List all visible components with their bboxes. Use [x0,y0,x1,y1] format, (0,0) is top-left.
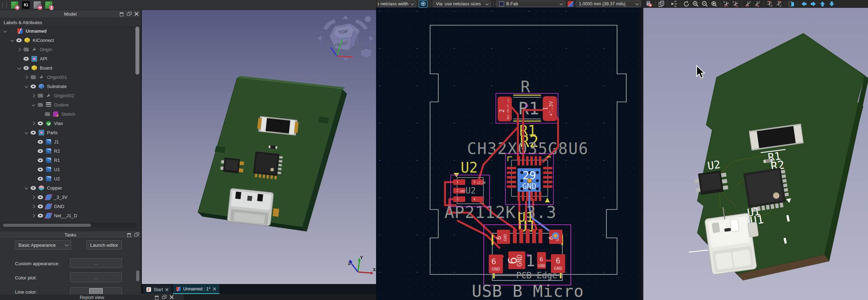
chevron-right-icon[interactable] [31,121,35,125]
chevron-right-icon[interactable] [31,195,35,199]
navigation-cube[interactable]: TOP FRONT RIGHT [315,13,376,63]
visibility-off-icon[interactable] [45,112,50,116]
tree-item-Sketch[interactable]: Sketch [0,109,135,119]
tasks-vertical-scrollbar[interactable] [136,271,139,281]
chevron-down-icon[interactable] [25,84,28,88]
zoom-in-icon[interactable] [692,0,700,7]
visibility-off-icon[interactable] [23,48,29,51]
dock-icon[interactable] [127,233,131,237]
dock-icon[interactable] [119,12,124,16]
visibility-on-icon[interactable] [38,158,43,162]
pull-from-kicad-icon[interactable] [45,1,53,9]
rotate-x-ccw-icon[interactable]: X [723,0,730,7]
visibility-off-icon[interactable] [31,75,36,79]
close-icon[interactable] [170,295,174,299]
color-plot-button[interactable]: ... [70,272,122,282]
kicad-scrollbar[interactable] [639,8,642,300]
tree-item-Net__J1_D[interactable]: Net__J1_D [0,211,135,220]
visibility-on-icon[interactable] [38,140,43,144]
visibility-off-icon[interactable] [38,103,43,107]
via-size-select[interactable]: Via: use netclass sizes [433,1,491,7]
rotate-x-cw-icon[interactable]: X [732,0,740,7]
visibility-on-icon[interactable] [38,204,43,208]
model-panel-header[interactable]: Model [0,10,141,18]
pan-down-icon[interactable] [828,0,836,7]
launch-editor-button[interactable]: Launch editor [86,240,122,250]
chevron-right-icon[interactable] [31,204,35,208]
tree-item-Copper[interactable]: Copper [0,183,135,192]
tree-item-GND[interactable]: GND [0,202,135,211]
tasks-panel-header[interactable]: Tasks [0,231,141,239]
visibility-off-icon[interactable] [38,94,43,98]
visibility-on-icon[interactable] [31,131,36,135]
visibility-on-icon[interactable] [38,149,43,153]
tree-item-KiConnect[interactable]: KiConnect [0,36,135,45]
visibility-on-icon[interactable] [23,66,29,70]
visibility-on-icon[interactable] [31,186,36,190]
visibility-on-icon[interactable] [38,195,43,199]
tree-column-header[interactable]: Labels & Attributes [0,18,141,27]
chevron-down-icon[interactable] [25,130,28,134]
chevron-down-icon[interactable] [10,38,14,42]
chevron-right-icon[interactable] [17,48,21,51]
rotate-z-ccw-icon[interactable]: Z [766,0,774,7]
close-icon[interactable] [134,12,139,16]
float-icon[interactable] [127,12,131,16]
rotate-y-ccw-icon[interactable]: Y [744,0,752,7]
visibility-on-icon[interactable] [23,57,29,61]
visibility-on-icon[interactable] [38,168,43,171]
chevron-right-icon[interactable] [24,75,28,79]
chevron-right-icon[interactable] [31,94,35,97]
custom-appearance-button[interactable]: ... [70,258,122,268]
model-tree-vertical-scrollbar[interactable] [135,27,139,75]
tree-item-Board[interactable]: Board [0,63,135,72]
tree-item-Unnamed[interactable]: Unnamed [0,26,135,36]
layer-pair-icon[interactable] [568,1,573,7]
move-board-icon[interactable] [788,0,795,7]
model-tree-horizontal-scrollbar[interactable] [1,223,136,228]
tab-unnamed[interactable]: Unnamed : 1* [173,284,219,294]
visibility-on-icon[interactable] [38,177,43,181]
layer-select[interactable]: B.Fab [496,1,565,7]
track-width-select[interactable]: e netclass width [377,1,416,7]
appearance-select[interactable]: Basic Appearance [15,240,71,250]
pan-up-icon[interactable] [819,0,826,7]
tree-item-Outline[interactable]: Outline [0,100,135,109]
tree-item-U2[interactable]: U2 [0,174,135,183]
chevron-down-icon[interactable] [32,103,35,106]
tree-item-_3_3V[interactable]: _3_3V [0,192,135,202]
freecad-3d-viewport[interactable]: TOP FRONT RIGHT X Y Z [141,10,376,284]
pcb-canvas[interactable]: R 2 Net-(R1-Pad2) 1 +3.3V R1 R1 R2 CH32X… [376,8,642,300]
float-icon[interactable] [134,233,139,237]
chevron-down-icon[interactable] [17,66,21,69]
tree-item-Origin001[interactable]: Origin001 [0,72,135,82]
chevron-down-icon[interactable] [3,29,7,32]
pan-right-icon[interactable] [809,0,817,7]
zoom-fit-icon[interactable] [710,0,718,7]
visibility-on-icon[interactable] [38,214,43,218]
chevron-right-icon[interactable] [31,214,35,217]
tree-item-API[interactable]: API [0,54,135,63]
rotate-y-cw-icon[interactable]: Y [754,0,761,7]
tree-item-R1[interactable]: R1 [0,156,135,165]
tab-start[interactable]: F Start [143,285,172,294]
tree-item-J1[interactable]: J1 [0,137,135,146]
rotate-z-cw-icon[interactable]: Z [775,0,783,7]
copy-image-icon[interactable] [658,0,665,7]
kicad-logo-icon[interactable]: Ki [22,1,30,9]
tree-item-Parts[interactable]: Parts [0,128,135,137]
tree-item-Vias[interactable]: Vias [0,119,135,128]
report-view-header[interactable]: Report view [0,294,184,300]
push-to-kicad-icon[interactable] [33,1,41,9]
visibility-on-icon[interactable] [31,84,36,88]
kicad-pcb-editor[interactable]: e netclass width Via: use netclass sizes… [376,0,642,300]
kicad-3d-viewer[interactable]: XXYYZZ R1 R2 U2 [642,0,868,300]
close-icon[interactable] [165,288,168,291]
visibility-on-icon[interactable] [16,38,22,42]
float-icon[interactable] [162,295,166,299]
dock-icon[interactable] [155,295,159,299]
tree-item-U1[interactable]: U1 [0,165,135,174]
rotate-view-icon[interactable] [682,0,690,7]
chevron-down-icon[interactable] [25,186,28,189]
pan-left-icon[interactable] [800,0,808,7]
